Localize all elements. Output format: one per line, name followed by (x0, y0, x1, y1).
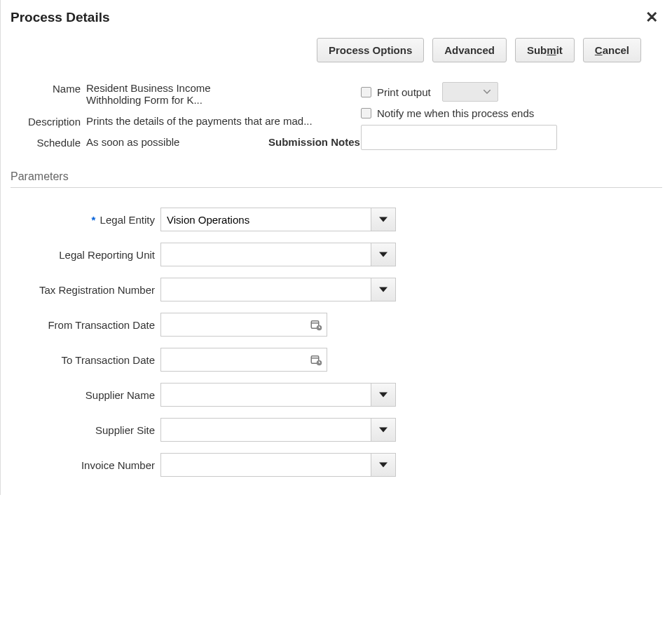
legal-entity-input[interactable] (160, 208, 371, 231)
to-tx-date-label: To Transaction Date (11, 354, 160, 366)
param-legal-reporting-unit: Legal Reporting Unit (11, 243, 662, 266)
close-icon[interactable]: ✕ (641, 7, 662, 28)
notify-checkbox[interactable] (361, 108, 371, 118)
from-tx-date-input[interactable] (161, 313, 306, 336)
supplier-site-dropdown[interactable] (371, 418, 396, 442)
submit-button[interactable]: Submit (515, 38, 575, 62)
invoice-number-dropdown[interactable] (371, 453, 396, 477)
invoice-number-input[interactable] (160, 453, 371, 477)
submission-notes-label: Submission Notes (268, 136, 360, 148)
chevron-down-icon (379, 215, 388, 224)
description-value: Prints the details of the payments that … (86, 115, 360, 127)
info-section: Name Resident Business Income Withholdin… (11, 82, 662, 152)
chevron-down-icon (379, 461, 388, 469)
required-star: * (92, 214, 97, 226)
to-tx-date-field (160, 348, 327, 372)
info-left: Name Resident Business Income Withholdin… (11, 82, 340, 152)
supplier-name-dropdown[interactable] (371, 383, 396, 407)
from-tx-date-field (160, 313, 327, 337)
to-tx-date-picker[interactable] (306, 348, 327, 371)
name-label: Name (11, 82, 81, 95)
name-value: Resident Business Income Withholding For… (86, 82, 360, 106)
tax-reg-number-label: Tax Registration Number (11, 284, 160, 296)
param-to-tx-date: To Transaction Date (11, 348, 662, 372)
advanced-button[interactable]: Advanced (432, 38, 507, 62)
print-output-select[interactable] (442, 82, 498, 102)
title-row: Process Details ✕ (11, 7, 662, 38)
print-output-row: Print output (361, 82, 557, 102)
param-tax-reg-number: Tax Registration Number (11, 278, 662, 301)
legal-entity-dropdown[interactable] (371, 208, 396, 231)
action-bar: Process Options Advanced Submit Cancel (11, 38, 662, 62)
description-label: Description (11, 115, 81, 128)
cancel-button[interactable]: Cancel (583, 38, 641, 62)
parameters-header: Parameters (11, 165, 662, 188)
chevron-down-icon (379, 391, 388, 399)
parameters-section: * Legal Entity Legal Reporting Unit Tax … (11, 208, 662, 477)
legal-reporting-unit-combo (160, 243, 396, 266)
legal-reporting-unit-label: Legal Reporting Unit (11, 249, 160, 261)
to-tx-date-input[interactable] (161, 348, 306, 371)
tax-reg-number-combo (160, 278, 396, 301)
invoice-number-label: Invoice Number (11, 459, 160, 471)
notify-label: Notify me when this process ends (377, 107, 534, 119)
info-right: Print output Notify me when this process… (361, 82, 557, 152)
schedule-label: Schedule (11, 136, 81, 149)
legal-entity-label: * Legal Entity (11, 214, 160, 226)
schedule-row: As soon as possible Submission Notes (86, 136, 360, 148)
print-output-label: Print output (377, 86, 431, 98)
tax-reg-number-dropdown[interactable] (371, 278, 396, 301)
process-details-dialog: Process Details ✕ Process Options Advanc… (0, 0, 672, 495)
legal-reporting-unit-input[interactable] (160, 243, 371, 266)
param-supplier-name: Supplier Name (11, 383, 662, 407)
supplier-name-label: Supplier Name (11, 389, 160, 401)
calendar-icon (310, 318, 322, 331)
param-from-tx-date: From Transaction Date (11, 313, 662, 337)
process-options-button[interactable]: Process Options (317, 38, 424, 62)
tax-reg-number-input[interactable] (160, 278, 371, 301)
legal-reporting-unit-dropdown[interactable] (371, 243, 396, 266)
submission-notes-input[interactable] (361, 125, 557, 150)
dialog-title: Process Details (11, 7, 110, 38)
invoice-number-combo (160, 453, 396, 477)
notify-row: Notify me when this process ends (361, 107, 557, 119)
supplier-site-label: Supplier Site (11, 424, 160, 436)
schedule-value: As soon as possible (86, 136, 268, 148)
param-invoice-number: Invoice Number (11, 453, 662, 477)
legal-entity-combo (160, 208, 396, 231)
chevron-down-icon (379, 285, 388, 294)
calendar-icon (310, 353, 322, 366)
chevron-down-icon (484, 90, 491, 94)
from-tx-date-label: From Transaction Date (11, 319, 160, 331)
chevron-down-icon (379, 426, 388, 434)
print-output-checkbox[interactable] (361, 87, 371, 97)
supplier-site-input[interactable] (160, 418, 371, 442)
supplier-site-combo (160, 418, 396, 442)
chevron-down-icon (379, 250, 388, 259)
supplier-name-combo (160, 383, 396, 407)
param-legal-entity: * Legal Entity (11, 208, 662, 231)
param-supplier-site: Supplier Site (11, 418, 662, 442)
supplier-name-input[interactable] (160, 383, 371, 407)
from-tx-date-picker[interactable] (306, 313, 327, 336)
